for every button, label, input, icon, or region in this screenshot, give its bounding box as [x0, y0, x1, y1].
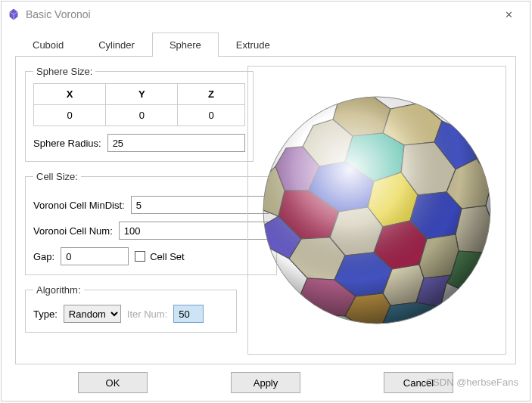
cell-num-input[interactable] [119, 222, 269, 240]
sphere-radius-input[interactable] [107, 134, 245, 152]
gap-input[interactable] [61, 247, 129, 265]
col-y: Y [106, 84, 178, 105]
sphere-center-table: X Y Z 0 0 0 [33, 83, 245, 126]
min-dist-label: Voronoi Cell MinDist: [33, 200, 125, 211]
col-x: X [34, 84, 106, 105]
apply-button[interactable]: Apply [231, 372, 300, 393]
ok-button[interactable]: OK [78, 372, 148, 393]
cell-set-label: Cell Set [150, 251, 185, 262]
tab-strip: Cuboid Cylinder Sphere Extrude [15, 32, 516, 56]
gap-label: Gap: [33, 251, 54, 262]
close-button[interactable]: ✕ [493, 8, 524, 21]
col-z: Z [178, 84, 244, 105]
cell-set-checkbox[interactable]: Cell Set [135, 251, 185, 262]
voronoi-sphere-image [256, 89, 498, 331]
type-label: Type: [33, 308, 58, 320]
algorithm-legend: Algorithm: [33, 284, 84, 296]
cell-size-group: Cell Size: Voronoi Cell MinDist: Voronoi… [25, 171, 277, 275]
table-row: 0 0 0 [34, 105, 245, 126]
app-voronoi-icon [8, 8, 20, 20]
tab-cylinder[interactable]: Cylinder [81, 33, 152, 57]
tab-extrude[interactable]: Extrude [219, 33, 288, 57]
cancel-button[interactable]: Cancel [384, 372, 453, 393]
sphere-size-legend: Sphere Size: [33, 66, 95, 77]
basic-voronoi-dialog: Basic Voronoi ✕ Cuboid Cylinder Sphere E… [1, 1, 530, 401]
checkbox-icon [135, 251, 145, 262]
algorithm-group: Algorithm: Type: Random Iter Num: [25, 284, 237, 333]
tab-sphere[interactable]: Sphere [152, 33, 219, 57]
value-y[interactable]: 0 [106, 105, 178, 126]
settings-column: Sphere Size: X Y Z 0 0 0 [25, 66, 237, 355]
cell-size-legend: Cell Size: [33, 171, 81, 182]
window-title: Basic Voronoi [26, 8, 493, 20]
type-select[interactable]: Random [64, 305, 121, 323]
cell-num-label: Voronoi Cell Num: [33, 225, 113, 237]
svg-point-28 [263, 97, 490, 324]
sphere-radius-label: Sphere Radius: [33, 138, 101, 149]
close-icon: ✕ [505, 9, 513, 20]
dialog-buttons: OK Apply Cancel [15, 364, 516, 398]
dialog-content: Cuboid Cylinder Sphere Extrude Sphere Si… [2, 27, 530, 401]
titlebar: Basic Voronoi ✕ [2, 2, 530, 27]
value-x[interactable]: 0 [34, 105, 106, 126]
iter-num-input[interactable] [173, 305, 204, 323]
table-row: X Y Z [34, 84, 245, 105]
tab-cuboid[interactable]: Cuboid [15, 33, 81, 57]
voronoi-preview[interactable] [247, 66, 506, 355]
iter-num-label: Iter Num: [127, 308, 167, 320]
tab-panel-sphere: Sphere Size: X Y Z 0 0 0 [15, 56, 516, 364]
sphere-size-group: Sphere Size: X Y Z 0 0 0 [25, 66, 254, 162]
value-z[interactable]: 0 [178, 105, 244, 126]
